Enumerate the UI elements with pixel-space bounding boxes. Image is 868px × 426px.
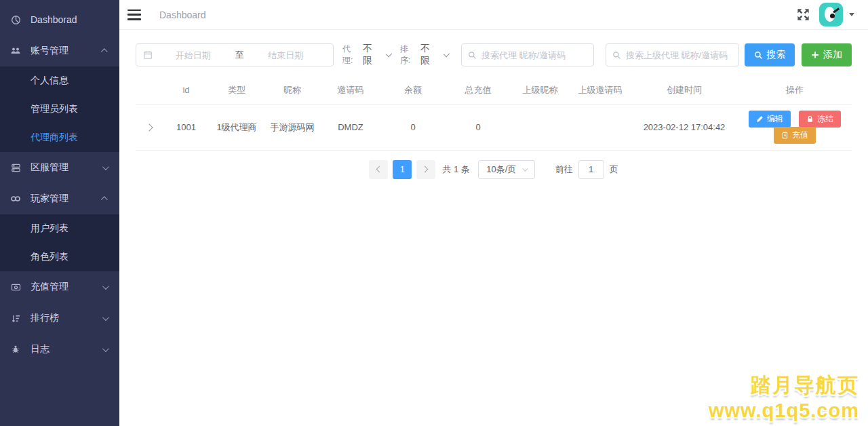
table-header-parent-nickname: 上级昵称 bbox=[511, 76, 570, 104]
search-icon bbox=[754, 51, 763, 60]
search-parent-agent-input[interactable] bbox=[626, 50, 738, 60]
search-icon bbox=[612, 51, 621, 60]
page-size-select[interactable]: 10条/页 bbox=[478, 160, 535, 179]
sidebar: Dashborad 账号管理 个人信息 管理员列表 代理商列表 区服管理 bbox=[0, 0, 119, 426]
goto-page-input[interactable] bbox=[578, 160, 604, 179]
filter-bar: 至 代理: 不限 排序: 不限 bbox=[136, 43, 852, 66]
pen-icon bbox=[756, 115, 764, 123]
sidebar-item-label: 玩家管理 bbox=[31, 193, 102, 205]
date-separator: 至 bbox=[234, 49, 245, 61]
prev-page-button[interactable] bbox=[369, 160, 388, 179]
sidebar-item-zone-management[interactable]: 区服管理 bbox=[0, 152, 119, 183]
recharge-button[interactable]: 充值 bbox=[774, 127, 816, 144]
sidebar-item-admin-list[interactable]: 管理员列表 bbox=[0, 95, 119, 123]
search-icon bbox=[468, 51, 477, 60]
search-button[interactable]: 搜索 bbox=[745, 43, 795, 66]
chevron-down-icon bbox=[102, 283, 109, 290]
sidebar-item-label: 充值管理 bbox=[31, 281, 102, 293]
sidebar-item-label: Dashborad bbox=[31, 14, 110, 25]
cell-invite-code: DMDZ bbox=[321, 104, 380, 150]
table-header-total-recharge: 总充值 bbox=[446, 76, 511, 104]
date-range-picker[interactable]: 至 bbox=[136, 43, 334, 66]
agent-filter-select[interactable]: 代理: 不限 bbox=[342, 43, 390, 67]
table-header-invite-code: 邀请码 bbox=[321, 76, 380, 104]
sidebar-item-user-list[interactable]: 用户列表 bbox=[0, 214, 119, 243]
sidebar-item-personal-info[interactable]: 个人信息 bbox=[0, 66, 119, 95]
sidebar-item-ranking[interactable]: 排行榜 bbox=[0, 303, 119, 334]
calendar-icon bbox=[143, 50, 153, 60]
sidebar-item-player-management[interactable]: 玩家管理 bbox=[0, 183, 119, 214]
chevron-right-icon bbox=[422, 166, 429, 173]
cell-parent-nickname bbox=[511, 104, 570, 150]
top-navbar: Dashboard bbox=[119, 0, 868, 30]
server-icon bbox=[10, 162, 21, 173]
cell-type: 1级代理商 bbox=[210, 104, 264, 150]
table-header-id: id bbox=[163, 76, 210, 104]
app-window: Dashborad 账号管理 个人信息 管理员列表 代理商列表 区服管理 bbox=[0, 0, 868, 426]
sidebar-item-label: 日志 bbox=[31, 343, 102, 355]
sidebar-item-label: 排行榜 bbox=[31, 312, 102, 324]
sidebar-item-role-list[interactable]: 角色列表 bbox=[0, 243, 119, 271]
user-menu-caret-icon[interactable] bbox=[849, 13, 854, 16]
add-button[interactable]: 添加 bbox=[802, 43, 852, 66]
chevron-down-icon bbox=[102, 163, 109, 170]
money-icon bbox=[781, 132, 789, 139]
sidebar-item-label: 区服管理 bbox=[31, 161, 102, 174]
goto-label: 前往 bbox=[555, 163, 573, 176]
end-date-input[interactable] bbox=[245, 50, 327, 60]
main-area: Dashboard 至 bbox=[119, 0, 868, 426]
goto-suffix: 页 bbox=[610, 163, 618, 176]
page-number-button[interactable]: 1 bbox=[393, 160, 412, 179]
cell-balance: 0 bbox=[380, 104, 446, 150]
total-count-label: 共 1 条 bbox=[442, 163, 469, 176]
link-icon bbox=[10, 193, 21, 204]
fullscreen-icon[interactable] bbox=[797, 8, 810, 21]
sidebar-item-dashboard[interactable]: Dashborad bbox=[0, 4, 119, 35]
sidebar-item-agent-list[interactable]: 代理商列表 bbox=[0, 123, 119, 152]
freeze-button[interactable]: 冻结 bbox=[799, 111, 841, 128]
topbar-right bbox=[797, 3, 854, 26]
search-parent-agent-box bbox=[606, 43, 739, 66]
pagination: 1 共 1 条 10条/页 前往 页 bbox=[136, 160, 852, 179]
player-submenu: 用户列表 角色列表 bbox=[0, 214, 119, 271]
search-agent-box bbox=[461, 43, 594, 66]
goto-page: 前往 页 bbox=[555, 160, 618, 179]
sort-filter-select[interactable]: 排序: 不限 bbox=[400, 43, 448, 67]
user-avatar[interactable] bbox=[819, 3, 843, 26]
cell-nickname: 手游源码网 bbox=[264, 104, 321, 150]
account-submenu: 个人信息 管理员列表 代理商列表 bbox=[0, 66, 119, 152]
ranking-icon bbox=[10, 313, 21, 324]
log-icon bbox=[10, 344, 21, 355]
table-header-expand bbox=[136, 76, 163, 104]
chevron-down-icon bbox=[522, 166, 528, 171]
chevron-down-icon bbox=[385, 51, 392, 58]
hamburger-menu-icon[interactable] bbox=[127, 9, 141, 20]
sidebar-item-label: 账号管理 bbox=[31, 45, 102, 57]
table-header-type: 类型 bbox=[210, 76, 264, 104]
cell-id: 1001 bbox=[163, 104, 210, 150]
table-row: 1001 1级代理商 手游源码网 DMDZ 0 0 2023-02-12 17:… bbox=[136, 104, 852, 150]
table-header-balance: 余额 bbox=[380, 76, 446, 104]
table-header-actions: 操作 bbox=[738, 76, 852, 104]
search-agent-input[interactable] bbox=[481, 50, 593, 60]
chevron-left-icon bbox=[376, 166, 383, 173]
page-content: 至 代理: 不限 排序: 不限 bbox=[119, 30, 868, 179]
chevron-down-icon bbox=[102, 314, 109, 321]
sidebar-item-recharge-management[interactable]: 充值管理 bbox=[0, 271, 119, 303]
row-actions: 编辑 冻结 bbox=[738, 111, 852, 144]
table-header-nickname: 昵称 bbox=[264, 76, 321, 104]
dashboard-icon bbox=[10, 14, 21, 25]
next-page-button[interactable] bbox=[416, 160, 435, 179]
sidebar-item-logs[interactable]: 日志 bbox=[0, 334, 119, 365]
cell-created-at: 2023-02-12 17:04:42 bbox=[631, 104, 738, 150]
start-date-input[interactable] bbox=[153, 50, 234, 60]
plus-icon bbox=[811, 51, 819, 59]
breadcrumb: Dashboard bbox=[159, 9, 206, 20]
users-icon bbox=[10, 45, 21, 56]
edit-button[interactable]: 编辑 bbox=[749, 111, 791, 128]
cell-total-recharge: 0 bbox=[446, 104, 511, 150]
sidebar-item-account-management[interactable]: 账号管理 bbox=[0, 35, 119, 66]
row-expand-icon[interactable] bbox=[145, 123, 153, 131]
table-header-parent-invite-code: 上级邀请码 bbox=[570, 76, 631, 104]
table-header-created-at: 创建时间 bbox=[631, 76, 738, 104]
